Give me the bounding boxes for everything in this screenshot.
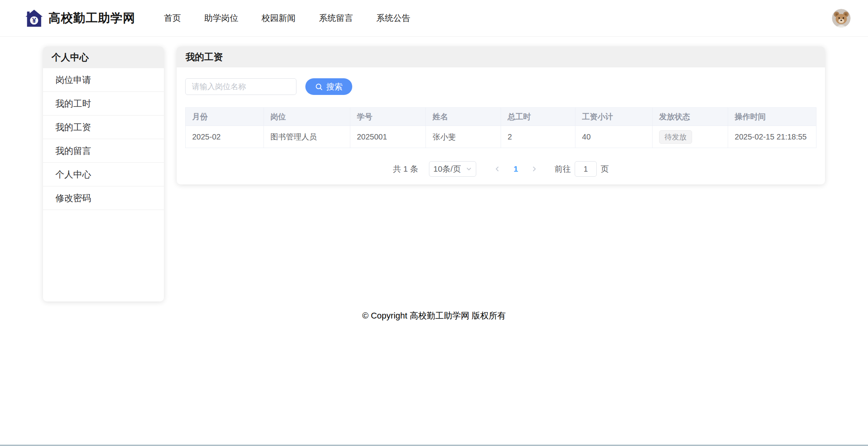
prev-page-button[interactable] [493,164,502,174]
cell-total-hours: 2 [501,126,575,148]
sidebar: 个人中心 岗位申请 我的工时 我的工资 我的留言 个人中心 修改密码 [43,46,164,301]
table-header-row: 月份 岗位 学号 姓名 总工时 工资小计 发放状态 操作时间 [186,108,816,126]
goto-label: 前往 [555,164,571,174]
nav-item-system-notices[interactable]: 系统公告 [376,12,410,24]
table-row: 2025-02 图书管理人员 2025001 张小斐 2 40 待发放 2025… [186,126,816,148]
app-header: ¥ 高校勤工助学网 首页 助学岗位 校园新闻 系统留言 系统公告 [0,0,868,37]
sidebar-title: 个人中心 [43,46,164,68]
cell-post: 图书管理人员 [264,126,350,148]
nav-item-home[interactable]: 首页 [164,12,181,24]
page-suffix-label: 页 [601,164,609,174]
page-size-select[interactable]: 10条/页 [429,161,476,177]
main-nav: 首页 助学岗位 校园新闻 系统留言 系统公告 [164,12,410,24]
sidebar-item-my-hours[interactable]: 我的工时 [43,92,164,115]
total-count-label: 共 1 条 [393,164,418,174]
salary-panel: 我的工资 搜索 [177,46,825,184]
column-header-salary-subtotal: 工资小计 [575,108,653,126]
search-icon [315,83,323,91]
cell-salary-subtotal: 40 [575,126,653,148]
column-header-status: 发放状态 [652,108,728,126]
column-header-total-hours: 总工时 [501,108,575,126]
next-page-button[interactable] [530,164,539,174]
brand-title: 高校勤工助学网 [48,10,135,26]
current-page[interactable]: 1 [513,164,518,174]
nav-item-jobs[interactable]: 助学岗位 [204,12,238,24]
column-header-student-id: 学号 [350,108,425,126]
copyright-text: © Copyright 高校勤工助学网 版权所有 [362,311,506,320]
sidebar-item-job-application[interactable]: 岗位申请 [43,68,164,92]
sidebar-item-profile[interactable]: 个人中心 [43,163,164,186]
panel-title: 我的工资 [177,46,825,67]
page-size-value: 10条/页 [433,164,461,174]
search-input[interactable] [185,78,296,95]
column-header-post: 岗位 [264,108,350,126]
column-header-name: 姓名 [426,108,501,126]
cell-month: 2025-02 [186,126,264,148]
chevron-left-icon [494,165,500,172]
sidebar-item-change-password[interactable]: 修改密码 [43,186,164,210]
chevron-right-icon [531,165,537,172]
user-avatar[interactable] [832,9,851,28]
cell-name: 张小斐 [426,126,501,148]
cell-operate-time: 2025-02-15 21:18:55 [728,126,816,148]
brand-logo-icon: ¥ [25,9,43,28]
search-button-label: 搜索 [326,81,343,92]
column-header-month: 月份 [186,108,264,126]
brand: ¥ 高校勤工助学网 [25,9,135,28]
search-button[interactable]: 搜索 [305,78,352,95]
cell-status: 待发放 [652,126,728,148]
column-header-operate-time: 操作时间 [728,108,816,126]
svg-text:¥: ¥ [32,16,36,24]
cell-student-id: 2025001 [350,126,425,148]
status-badge: 待发放 [659,130,692,144]
nav-item-system-messages[interactable]: 系统留言 [319,12,353,24]
nav-item-campus-news[interactable]: 校园新闻 [262,12,296,24]
sidebar-item-my-salary[interactable]: 我的工资 [43,115,164,139]
salary-table: 月份 岗位 学号 姓名 总工时 工资小计 发放状态 操作时间 2025-02 图… [185,107,816,148]
goto-page-input[interactable] [575,161,597,177]
chevron-down-icon [466,166,472,172]
panel-body: 搜索 月份 岗位 学号 姓名 总工时 工资小计 发放状态 [177,67,825,177]
search-row: 搜索 [185,78,816,95]
main-layout: 个人中心 岗位申请 我的工时 我的工资 我的留言 个人中心 修改密码 我的工资 … [0,37,868,301]
sidebar-item-my-messages[interactable]: 我的留言 [43,139,164,163]
footer: © Copyright 高校勤工助学网 版权所有 [0,310,868,322]
pagination: 共 1 条 10条/页 1 [185,161,816,177]
window-bottom-edge [0,444,868,446]
